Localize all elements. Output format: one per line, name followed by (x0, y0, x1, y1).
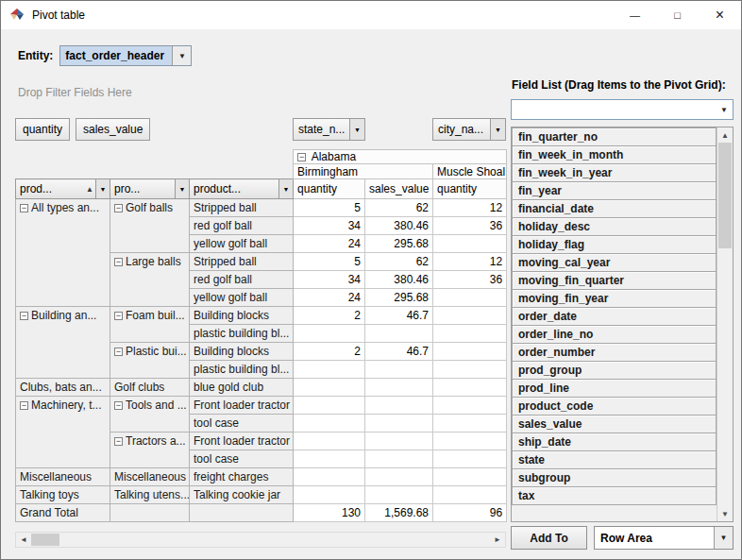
row-header-cell[interactable]: −Foam buil... (110, 307, 190, 343)
field-list-item[interactable]: sales_value (512, 415, 717, 433)
drop-filter-area[interactable]: Drop Filter Fields Here (18, 86, 132, 99)
row-header-cell[interactable]: red golf ball (190, 271, 294, 289)
scroll-right-icon[interactable]: ► (490, 533, 505, 547)
field-dropdown-icon[interactable]: ▼ (95, 179, 110, 198)
row-header-cell[interactable]: Building blocks (190, 343, 294, 361)
field-list-item[interactable]: prod_group (512, 361, 717, 380)
collapse-icon[interactable]: − (20, 204, 28, 212)
entity-combobox[interactable]: fact_order_header ▼ (59, 45, 192, 66)
filter-dropdown-icon[interactable]: ▼ (490, 119, 505, 140)
row-header-cell[interactable]: red golf ball (190, 217, 294, 235)
row-header-cell[interactable]: plastic building bl... (190, 325, 294, 343)
field-list-item[interactable]: ship_date (512, 433, 717, 451)
scrollbar-thumb[interactable] (718, 143, 732, 248)
row-header-cell[interactable]: Stripped ball (190, 199, 294, 217)
row-header-cell[interactable]: Miscellaneous (16, 468, 110, 486)
row-header-cell[interactable]: −Machinery, t... (16, 397, 110, 468)
row-header-cell[interactable]: Golf clubs (110, 379, 190, 397)
row-header-cell[interactable]: Front loader tractor (190, 433, 294, 450)
field-list-item[interactable]: order_line_no (512, 325, 717, 344)
collapse-icon[interactable]: − (114, 348, 123, 356)
city-header-birmingham[interactable]: Birmingham (294, 164, 433, 179)
row-field-header-prod-line[interactable]: pro... ▼ (110, 179, 190, 199)
scrollbar-thumb[interactable] (31, 534, 59, 546)
state-group-header[interactable]: − Alabama (294, 150, 507, 164)
row-header-cell[interactable]: Talking cookie jar (190, 486, 294, 504)
chevron-down-icon[interactable]: ▼ (172, 46, 191, 65)
collapse-icon[interactable]: − (114, 258, 123, 266)
field-list-item[interactable]: subgroup (512, 468, 717, 487)
row-header-cell[interactable]: −Tools and ... (110, 397, 190, 433)
scroll-up-icon[interactable]: ▲ (717, 127, 733, 143)
row-header-cell[interactable]: −Building an... (16, 307, 110, 379)
row-header-cell[interactable]: −Plastic bui... (110, 343, 190, 379)
row-header-cell[interactable]: freight charges (190, 468, 294, 486)
measure-header[interactable]: quantity (294, 179, 365, 199)
vertical-scrollbar[interactable]: ▲ ▼ (717, 127, 733, 521)
row-header-cell[interactable]: plastic building bl... (190, 361, 294, 379)
row-header-cell[interactable]: −All types an... (16, 199, 110, 307)
measure-header[interactable]: sales_value (365, 179, 433, 199)
column-field-chip-city[interactable]: city_na... ▼ (432, 118, 506, 141)
city-header-muscle-shoal[interactable]: Muscle Shoal (433, 164, 507, 179)
collapse-icon[interactable]: − (297, 153, 306, 161)
row-field-header-product[interactable]: product... ▼ (190, 179, 294, 199)
row-header-cell[interactable]: Building blocks (190, 307, 294, 325)
row-header-cell[interactable]: −Tractors a... (110, 433, 190, 468)
data-field-chip-quantity[interactable]: quantity (15, 118, 70, 141)
scroll-down-icon[interactable]: ▼ (717, 506, 733, 521)
field-list-item[interactable]: order_number (512, 343, 717, 362)
row-header-cell[interactable]: yellow golf ball (190, 235, 294, 253)
collapse-icon[interactable]: − (114, 204, 123, 212)
row-header-cell[interactable]: Grand Total (16, 504, 110, 522)
field-list-item[interactable]: financial_date (512, 199, 717, 218)
field-list-item[interactable]: fin_year (512, 181, 717, 200)
field-list-item[interactable]: moving_fin_year (512, 289, 717, 308)
row-header-cell[interactable]: Talking toys (16, 486, 110, 504)
row-header-cell[interactable]: Miscellaneous (110, 468, 190, 486)
field-list-item[interactable]: moving_cal_year (512, 253, 717, 272)
field-dropdown-icon[interactable]: ▼ (175, 179, 189, 198)
area-combobox[interactable]: Row Area ▼ (594, 526, 734, 550)
row-header-cell[interactable]: tool case (190, 415, 294, 433)
row-header-cell[interactable] (110, 504, 190, 522)
collapse-icon[interactable]: − (114, 401, 123, 410)
field-list-item[interactable]: order_date (512, 307, 717, 326)
field-list-item[interactable]: fin_quarter_no (512, 127, 717, 146)
chevron-down-icon[interactable]: ▼ (716, 100, 733, 119)
row-header-cell[interactable]: Clubs, bats an... (16, 379, 110, 397)
row-field-header-prod-group[interactable]: prod... ▲ ▼ (16, 179, 110, 199)
row-header-cell[interactable]: yellow golf ball (190, 289, 294, 307)
field-list-item[interactable]: moving_fin_quarter (512, 271, 717, 290)
row-header-cell[interactable]: Stripped ball (190, 253, 294, 271)
field-search-input[interactable] (512, 100, 716, 119)
scroll-left-icon[interactable]: ◄ (16, 533, 31, 547)
row-header-cell[interactable]: Front loader tractor (190, 397, 294, 415)
horizontal-scrollbar[interactable]: ◄ ► (15, 532, 506, 548)
field-dropdown-icon[interactable]: ▼ (278, 179, 293, 198)
field-list-item[interactable]: prod_line (512, 379, 717, 398)
field-list-item[interactable]: holiday_desc (512, 217, 717, 236)
field-list-item[interactable]: holiday_flag (512, 235, 717, 254)
chevron-down-icon[interactable]: ▼ (714, 527, 733, 549)
field-search-combobox[interactable]: ▼ (511, 99, 734, 120)
filter-dropdown-icon[interactable]: ▼ (349, 119, 364, 140)
row-header-cell[interactable]: Talking utens... (110, 486, 190, 504)
collapse-icon[interactable]: − (20, 312, 28, 320)
row-header-cell[interactable]: tool case (190, 450, 294, 468)
column-field-chip-state[interactable]: state_n... ▼ (293, 118, 365, 141)
collapse-icon[interactable]: − (114, 312, 123, 320)
collapse-icon[interactable]: − (114, 437, 123, 446)
field-list-item[interactable]: fin_week_in_year (512, 163, 717, 182)
row-header-cell[interactable]: −Golf balls (110, 199, 190, 253)
row-header-cell[interactable]: blue gold club (190, 379, 294, 397)
measure-header[interactable]: quantity (433, 179, 507, 199)
collapse-icon[interactable]: − (20, 401, 28, 410)
add-to-button[interactable]: Add To (511, 526, 587, 550)
field-list-item[interactable]: state (512, 450, 717, 469)
data-field-chip-sales-value[interactable]: sales_value (76, 118, 150, 141)
field-list-item[interactable]: fin_week_in_month (512, 145, 717, 164)
field-list-item[interactable]: product_code (512, 397, 717, 416)
field-list-item[interactable]: tax (512, 486, 717, 505)
row-header-cell[interactable]: −Large balls (110, 253, 190, 307)
